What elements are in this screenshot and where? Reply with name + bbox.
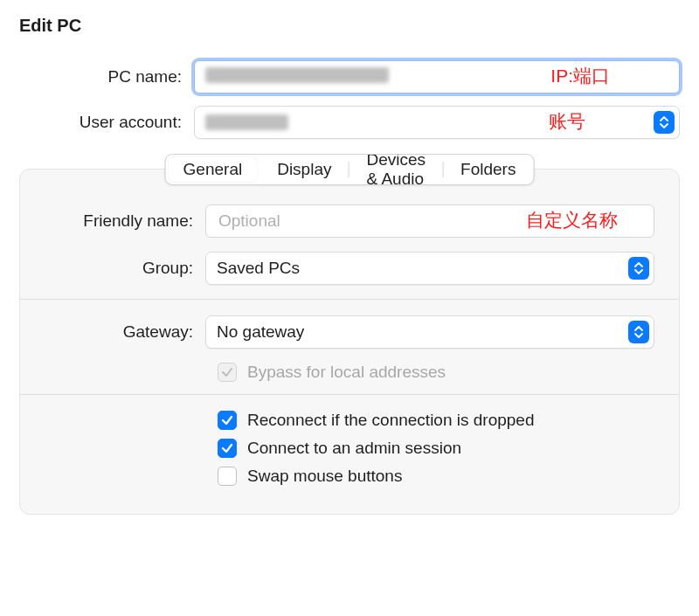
user-account-label: User account:: [19, 113, 194, 132]
swap-label: Swap mouse buttons: [247, 467, 402, 486]
reconnect-checkbox[interactable]: [218, 411, 237, 430]
admin-row: Connect to an admin session: [218, 439, 654, 458]
admin-checkbox[interactable]: [218, 439, 237, 458]
group-dropdown[interactable]: Saved PCs: [205, 252, 654, 285]
swap-row: Swap mouse buttons: [218, 467, 654, 486]
gateway-value: No gateway: [217, 322, 304, 342]
tabstrip: General Display Devices & Audio Folders: [165, 154, 535, 185]
divider: [20, 394, 679, 395]
divider: [20, 299, 679, 300]
gateway-dropdown[interactable]: No gateway: [205, 315, 654, 349]
swap-checkbox[interactable]: [218, 467, 237, 486]
gateway-row: Gateway: No gateway: [32, 315, 654, 349]
tab-folders[interactable]: Folders: [443, 155, 533, 184]
pc-name-label: PC name:: [19, 67, 194, 87]
tab-devices-audio[interactable]: Devices & Audio: [349, 155, 443, 184]
dialog-title: Edit PC: [19, 16, 680, 36]
reconnect-row: Reconnect if the connection is dropped: [218, 411, 654, 430]
group-row: Group: Saved PCs: [32, 252, 654, 285]
gateway-label: Gateway:: [32, 322, 205, 342]
tab-general[interactable]: General: [168, 156, 259, 183]
reconnect-label: Reconnect if the connection is dropped: [247, 411, 535, 430]
friendly-name-label: Friendly name:: [32, 211, 205, 231]
user-account-row: User account: 账号: [19, 106, 680, 139]
check-icon: [221, 414, 233, 426]
tab-display[interactable]: Display: [260, 155, 349, 184]
check-icon: [221, 366, 233, 378]
user-account-dropdown[interactable]: [194, 106, 680, 139]
chevrons-up-down-icon: [628, 321, 649, 343]
friendly-name-row: Friendly name: 自定义名称: [32, 204, 654, 238]
pc-name-input[interactable]: [194, 60, 680, 93]
bypass-row: Bypass for local addresses: [218, 363, 654, 382]
settings-panel: General Display Devices & Audio Folders …: [19, 169, 680, 515]
friendly-name-input[interactable]: [217, 209, 643, 233]
group-value: Saved PCs: [217, 259, 300, 278]
admin-label: Connect to an admin session: [247, 439, 461, 458]
bypass-checkbox: [218, 363, 237, 382]
chevrons-up-down-icon: [654, 111, 675, 134]
group-label: Group:: [32, 259, 205, 278]
chevrons-up-down-icon: [628, 257, 649, 280]
bypass-label: Bypass for local addresses: [247, 363, 446, 382]
check-icon: [221, 442, 233, 454]
pc-name-row: PC name: IP:端口: [19, 60, 680, 93]
